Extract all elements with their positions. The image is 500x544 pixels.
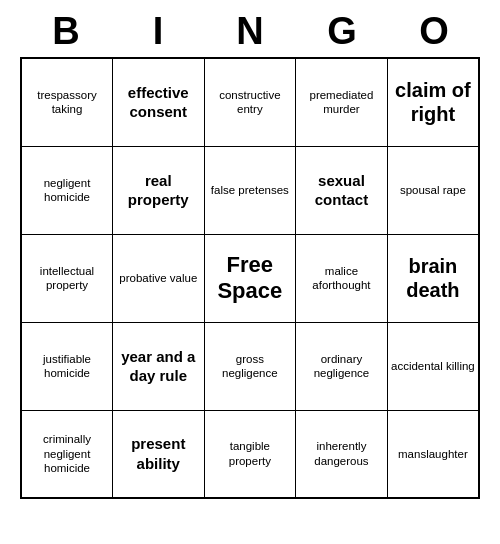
letter-g: G — [296, 10, 388, 53]
cell-text-r2-c1: probative value — [119, 272, 197, 284]
cell-text-r1-c0: negligent homicide — [44, 177, 91, 203]
letter-n: N — [204, 10, 296, 53]
cell-r3-c4: accidental killing — [387, 322, 479, 410]
cell-text-r4-c0: criminally negligent homicide — [43, 433, 91, 474]
cell-r2-c0: intellectual property — [21, 234, 113, 322]
letter-o: O — [388, 10, 480, 53]
cell-text-r0-c1: effective consent — [128, 84, 189, 121]
cell-r3-c0: justifiable homicide — [21, 322, 113, 410]
bingo-header: B I N G O — [20, 10, 480, 53]
cell-r4-c0: criminally negligent homicide — [21, 410, 113, 498]
cell-text-r4-c3: inherently dangerous — [314, 440, 368, 466]
cell-text-r4-c1: present ability — [131, 435, 185, 472]
cell-r0-c2: constructive entry — [204, 58, 296, 146]
cell-text-r3-c0: justifiable homicide — [43, 353, 91, 379]
cell-text-r2-c2: Free Space — [217, 252, 282, 303]
cell-text-r0-c3: premediated murder — [309, 89, 373, 115]
cell-text-r3-c4: accidental killing — [391, 360, 475, 372]
cell-r1-c3: sexual contact — [296, 146, 388, 234]
cell-r4-c2: tangible property — [204, 410, 296, 498]
cell-text-r0-c2: constructive entry — [219, 89, 280, 115]
cell-r2-c1: probative value — [113, 234, 205, 322]
cell-text-r4-c2: tangible property — [229, 440, 271, 466]
cell-text-r3-c2: gross negligence — [222, 353, 278, 379]
cell-r0-c0: trespassory taking — [21, 58, 113, 146]
cell-r2-c2: Free Space — [204, 234, 296, 322]
cell-r4-c3: inherently dangerous — [296, 410, 388, 498]
cell-r4-c1: present ability — [113, 410, 205, 498]
cell-text-r2-c4: brain death — [406, 255, 459, 301]
cell-r1-c1: real property — [113, 146, 205, 234]
cell-text-r0-c4: claim of right — [395, 79, 471, 125]
cell-text-r1-c3: sexual contact — [315, 172, 368, 209]
cell-text-r1-c1: real property — [128, 172, 189, 209]
cell-r0-c3: premediated murder — [296, 58, 388, 146]
cell-r4-c4: manslaughter — [387, 410, 479, 498]
cell-text-r3-c1: year and a day rule — [121, 348, 195, 385]
cell-text-r4-c4: manslaughter — [398, 448, 468, 460]
cell-text-r3-c3: ordinary negligence — [314, 353, 370, 379]
letter-b: B — [20, 10, 112, 53]
cell-r1-c2: false pretenses — [204, 146, 296, 234]
bingo-grid: trespassory takingeffective consentconst… — [20, 57, 480, 499]
cell-text-r0-c0: trespassory taking — [37, 89, 96, 115]
cell-text-r1-c2: false pretenses — [211, 184, 289, 196]
cell-text-r2-c3: malice aforthought — [312, 265, 370, 291]
cell-r0-c1: effective consent — [113, 58, 205, 146]
cell-text-r2-c0: intellectual property — [40, 265, 94, 291]
cell-r3-c3: ordinary negligence — [296, 322, 388, 410]
cell-r0-c4: claim of right — [387, 58, 479, 146]
cell-r1-c0: negligent homicide — [21, 146, 113, 234]
cell-r3-c1: year and a day rule — [113, 322, 205, 410]
cell-r2-c3: malice aforthought — [296, 234, 388, 322]
cell-r2-c4: brain death — [387, 234, 479, 322]
cell-text-r1-c4: spousal rape — [400, 184, 466, 196]
letter-i: I — [112, 10, 204, 53]
cell-r1-c4: spousal rape — [387, 146, 479, 234]
cell-r3-c2: gross negligence — [204, 322, 296, 410]
